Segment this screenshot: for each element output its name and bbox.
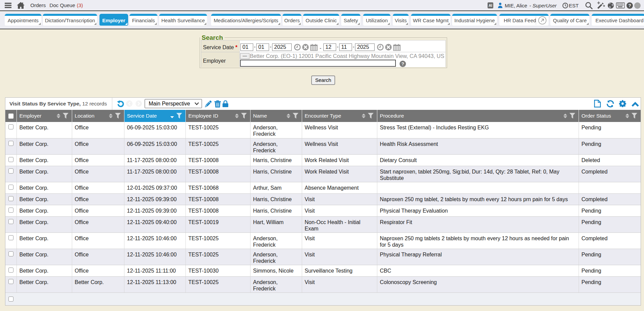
svg-text:?: ? bbox=[401, 61, 404, 66]
svg-text:?: ? bbox=[628, 3, 631, 8]
